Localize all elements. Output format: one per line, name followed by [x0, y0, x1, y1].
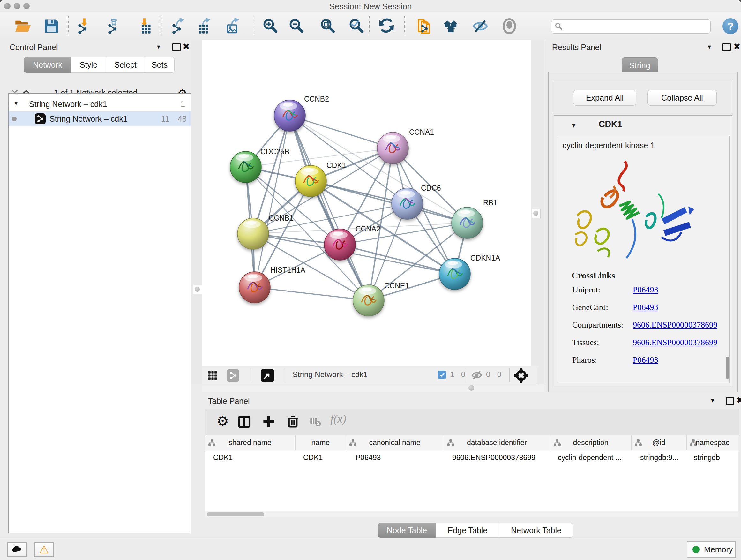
- export-table-button[interactable]: [196, 18, 213, 35]
- birdseye-view-icon[interactable]: [261, 369, 274, 382]
- first-neighbors-button[interactable]: [416, 18, 432, 35]
- network-node-label-CCNA1: CCNA1: [409, 128, 434, 136]
- panel-close-icon[interactable]: ✖: [733, 42, 741, 52]
- column-header-description[interactable]: description: [550, 435, 631, 450]
- show-columns-icon[interactable]: [237, 415, 251, 429]
- network-node-RB1[interactable]: [452, 207, 483, 239]
- network-node-CCNA2[interactable]: [324, 229, 355, 260]
- crosslink-tissues-link[interactable]: 9606.ENSP00000378699: [633, 338, 718, 348]
- left-splitter-grip[interactable]: [193, 285, 202, 294]
- tab-edge-table[interactable]: Edge Table: [435, 523, 499, 538]
- delete-column-trash-icon[interactable]: [286, 415, 300, 428]
- zoom-in-button[interactable]: [262, 18, 279, 35]
- import-network-database-button[interactable]: [106, 18, 123, 35]
- zoom-selected-button[interactable]: [348, 18, 365, 35]
- right-splitter-grip[interactable]: [532, 209, 541, 218]
- network-node-CCNA1[interactable]: [377, 132, 408, 164]
- tab-network[interactable]: Network: [23, 57, 71, 73]
- results-scrollbar-thumb[interactable]: [726, 357, 729, 379]
- share-view-icon[interactable]: [226, 369, 239, 382]
- zoom-fit-button[interactable]: [320, 18, 336, 35]
- selected-checkbox-icon[interactable]: [438, 371, 446, 379]
- show-all-eye-button[interactable]: [501, 18, 518, 35]
- tab-node-table[interactable]: Node Table: [378, 523, 436, 538]
- crosslink-row: Pharos: P06493: [557, 355, 729, 373]
- expand-all-button[interactable]: Expand All: [573, 90, 636, 106]
- import-network-file-button[interactable]: [76, 18, 92, 35]
- zoom-out-button[interactable]: [288, 18, 305, 35]
- crosslink-genecard-link[interactable]: P06493: [633, 303, 658, 312]
- crosslink-uniprot-link[interactable]: P06493: [633, 285, 658, 295]
- tab-string[interactable]: String: [622, 57, 658, 73]
- cell-name: CDK1: [303, 453, 323, 462]
- search-input[interactable]: [565, 20, 707, 32]
- panel-float-icon[interactable]: [726, 397, 734, 405]
- network-node-HIST1H1A[interactable]: [239, 272, 270, 303]
- pan-crosshair-icon[interactable]: [514, 368, 529, 383]
- tab-sets[interactable]: Sets: [145, 57, 175, 73]
- network-edge-HIST1H1A-CCNE1[interactable]: [255, 287, 368, 300]
- column-header-shared-name[interactable]: shared name: [205, 435, 295, 450]
- panel-menu-arrow-icon[interactable]: ▾: [157, 43, 160, 51]
- column-header-database-identifier[interactable]: database identifier: [444, 435, 550, 450]
- save-session-button[interactable]: [43, 18, 60, 35]
- network-node-CCNB1[interactable]: [238, 218, 269, 249]
- network-node-CCNE1[interactable]: [353, 285, 384, 316]
- export-network-button[interactable]: [170, 18, 187, 35]
- network-edge-CCNB2-HIST1H1A[interactable]: [255, 116, 290, 287]
- crosslink-label: Compartments:: [572, 320, 623, 330]
- help-button[interactable]: ?: [723, 18, 738, 34]
- add-column-icon[interactable]: [262, 415, 275, 428]
- column-header-id[interactable]: @id: [631, 435, 687, 450]
- memory-button[interactable]: Memory: [687, 542, 736, 558]
- tab-style[interactable]: Style: [71, 57, 106, 73]
- collapse-all-button[interactable]: Collapse All: [648, 90, 717, 106]
- function-builder-icon: f(x): [330, 412, 346, 426]
- tab-select[interactable]: Select: [106, 57, 145, 73]
- tab-network-table[interactable]: Network Table: [499, 523, 574, 538]
- network-node-CDC25B[interactable]: [230, 151, 261, 183]
- network-graph: CCNB2CCNA1CDC25BCDK1CDC6RB1CCNB1CCNA2CDK…: [202, 40, 531, 366]
- export-image-button[interactable]: [225, 18, 242, 35]
- crosslink-compartments-link[interactable]: 9606.ENSP00000378699: [633, 320, 718, 330]
- network-node-CCNB2[interactable]: [274, 100, 306, 131]
- cloud-icon: [11, 545, 22, 553]
- right-splitter[interactable]: [531, 40, 545, 384]
- network-node-label-CCNA2: CCNA2: [355, 225, 381, 233]
- panel-float-icon[interactable]: [172, 43, 181, 51]
- open-session-button[interactable]: [14, 18, 31, 35]
- panel-menu-arrow-icon[interactable]: ▾: [711, 396, 714, 404]
- network-node-CDC6[interactable]: [392, 188, 423, 219]
- import-table-button[interactable]: [136, 18, 152, 35]
- crosslink-pharos-link[interactable]: P06493: [633, 355, 658, 365]
- table-options-gear-icon[interactable]: ⚙: [216, 414, 229, 428]
- network-node-CDK1[interactable]: [295, 165, 327, 197]
- column-header-name[interactable]: name: [295, 435, 346, 450]
- hidden-eye-icon[interactable]: [471, 370, 482, 381]
- network-tree: ▾ String Network – cdk1 1 String Network…: [8, 93, 191, 533]
- network-node-CDKN1A[interactable]: [439, 258, 470, 290]
- column-header-canonical-name[interactable]: canonical name: [346, 435, 444, 450]
- section-expander-icon[interactable]: ▾: [572, 121, 576, 130]
- grid-view-icon[interactable]: [207, 370, 218, 381]
- scrollbar-thumb[interactable]: [207, 512, 264, 516]
- tree-expander-icon[interactable]: ▾: [14, 99, 18, 107]
- cloud-button[interactable]: [7, 543, 27, 557]
- table-horizontal-scrollbar[interactable]: [205, 511, 738, 517]
- column-header-namespace[interactable]: namespac: [686, 435, 738, 450]
- panel-close-icon[interactable]: ✖: [737, 395, 741, 406]
- network-row-selected[interactable]: String Network – cdk1 11 48: [9, 111, 191, 126]
- apply-layout-button[interactable]: [379, 18, 395, 35]
- network-canvas[interactable]: CCNB2CCNA1CDC25BCDK1CDC6RB1CCNB1CCNA2CDK…: [202, 40, 531, 366]
- panel-menu-arrow-icon[interactable]: ▾: [708, 43, 711, 51]
- horizontal-splitter-grip[interactable]: [468, 385, 474, 391]
- hide-unselected-eye-button[interactable]: [472, 18, 488, 35]
- network-collection-row[interactable]: ▾ String Network – cdk1 1: [9, 97, 191, 111]
- warning-button[interactable]: ⚠: [34, 543, 54, 557]
- hide-selected-button[interactable]: [443, 18, 460, 35]
- network-edge-CCNB2-CCNA1[interactable]: [290, 116, 393, 148]
- left-splitter[interactable]: [192, 40, 202, 384]
- panel-float-icon[interactable]: [723, 43, 731, 51]
- panel-close-icon[interactable]: ✖: [183, 42, 190, 52]
- toolbar-search-box[interactable]: [551, 19, 711, 34]
